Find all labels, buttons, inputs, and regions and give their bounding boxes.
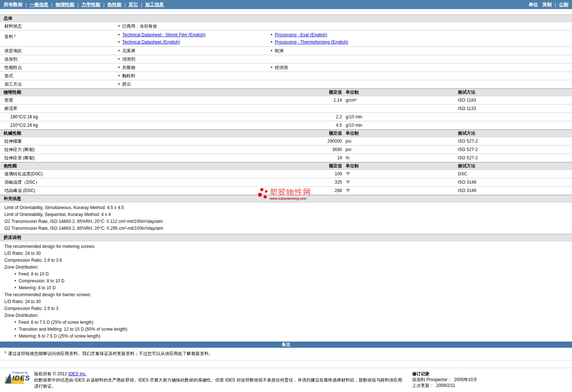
extrusion-line: Zone Distribution: (0, 264, 572, 271)
supplemental-line: Limit of Orientability, Sequential, Kura… (0, 211, 572, 218)
sujiaowuxing-watermark: 塑胶物性网 www.sujiaowuxing.com (258, 187, 311, 201)
watermark-site-name: 塑胶物性网 (270, 187, 311, 197)
property-label: 190°C/2.16 kg (0, 113, 214, 121)
nav-separator: | (25, 2, 27, 7)
column-header-unit: 单位制 (342, 89, 458, 96)
supplemental-line: O2 Transmission Rate, ISO 14663-2, 65%RH… (0, 218, 572, 225)
property-test-method: ISO 527-2 (458, 137, 572, 145)
datasheet-link-shrink-film[interactable]: Technical Datasheet - Shrink Film (Engli… (122, 31, 205, 38)
section-title: 补充信息 (4, 196, 21, 201)
nav-item-general-info[interactable]: 一般信息 (29, 1, 48, 8)
property-value: 1.14 (214, 96, 342, 104)
copyright-line: 版权所有 © 2012 IDES Inc. (34, 371, 406, 377)
general-row-material-status: 材料状态 •已商用：当前有效 (0, 22, 572, 30)
extrusion-line: Compression Ratio: 2.5 to 3 (0, 305, 572, 312)
column-header-unit: 单位制 (342, 163, 458, 170)
property-test-method (458, 113, 572, 121)
property-unit (342, 105, 458, 113)
watermark-site-url: www.sujiaowuxing.com (270, 197, 311, 200)
property-label: 添加剂 (4, 57, 17, 62)
column-header-method: 测试方法 (458, 89, 572, 96)
property-label: 供货地区 (4, 48, 22, 53)
nav-item-physical[interactable]: 物理性能 (56, 1, 74, 8)
section-header-physical: 物理性能 额定值 单位制 测试方法 (0, 89, 572, 96)
bullet-icon: • (271, 31, 272, 38)
property-value: 挤出 (122, 80, 131, 88)
column-header-value: 额定值 (214, 130, 342, 137)
property-label: 溶融温度（DSC） (0, 178, 214, 186)
nav-separator: | (51, 2, 52, 7)
extrusion-block: The recommended design for metering scre… (0, 241, 572, 342)
supplemental-line: O2 Transmission Rate, ISO 14663-2, 85%RH… (0, 225, 572, 232)
footnote: 1通过这些链接您能够访问供应商资料。我们尽量保证及时更新资料；不过您可以从供应商… (0, 348, 572, 360)
nav-item-processing-info[interactable]: 加工信息 (145, 1, 164, 8)
bullet-icon: • (118, 31, 120, 38)
nav-separator: | (103, 2, 104, 7)
bullet-icon: • (118, 64, 120, 72)
datasheet-link-processing-eval[interactable]: Processing - Eval (English) (275, 31, 327, 38)
property-unit: g/10 min (342, 121, 458, 129)
property-test-method: ISO 3146 (458, 178, 572, 186)
column-header-unit: 单位制 (342, 130, 458, 137)
extrusion-bullet-line: •Compression: 8 to 10 D (0, 278, 572, 285)
property-value (214, 105, 342, 113)
property-value: 润滑剂 (122, 55, 135, 63)
datasheet-link-technical[interactable]: Technical Datasheet (English) (122, 38, 180, 46)
property-value: 颗粒料 (122, 72, 135, 80)
property-value: 欧洲 (275, 47, 283, 55)
datasheet-content: 总体 材料状态 •已商用：当前有效 资料1 •Technical Datashe… (0, 15, 572, 392)
notes-section-bar: 备注 (0, 342, 572, 348)
unit-metric-link[interactable]: 公制 (559, 1, 568, 8)
nav-separator: | (77, 2, 78, 7)
top-nav: 所有数据 | 一般信息 | 物理性能 | 力学性能 | 热性能 | 其它 | 加… (0, 0, 572, 9)
nav-tabs: 所有数据 | 一般信息 | 物理性能 | 力学性能 | 热性能 | 其它 | 加… (4, 1, 164, 8)
bullet-icon: • (271, 47, 272, 55)
revision-updated: 上次更新：2009/2/11 (412, 383, 568, 388)
extrusion-line: The recommended design for metering scre… (0, 243, 572, 250)
property-value: 325 (214, 178, 342, 186)
property-label: 拉伸模量 (0, 137, 214, 145)
nav-item-all-data[interactable]: 所有数据 (4, 1, 23, 8)
section-header-general: 总体 (0, 15, 572, 22)
bullet-icon: • (118, 55, 120, 63)
property-value: 经润滑 (275, 64, 288, 72)
property-test-method (458, 121, 572, 129)
datasheet-link-processing-thermoforming[interactable]: Processing - Thermoforming (English) (275, 38, 348, 46)
footnote-marker: 1 (14, 33, 16, 37)
unit-switcher: 单位 英制 | 公制 (529, 1, 568, 8)
property-label: 拉伸应变 (断裂) (0, 154, 214, 162)
bullet-icon: • (118, 22, 120, 30)
ides-logo[interactable]: Powered by IDES (4, 371, 28, 385)
property-row-melt-flow-210: 210°C/2.16 kg 4.5 g/10 min (0, 121, 572, 130)
bullet-icon: • (271, 38, 272, 46)
ides-inc-link[interactable]: IDES Inc. (68, 371, 87, 376)
revision-history: 修订记录 添加到 Prospector：2005年10月 上次更新：2009/2… (412, 371, 568, 389)
property-value: 北美洲 (122, 47, 135, 55)
property-row-tensile-stress: 拉伸应力 (断裂) 3630 psi ISO 527-2 (0, 146, 572, 154)
general-row-literature: 资料1 •Technical Datasheet - Shrink Film (… (0, 30, 572, 47)
unit-imperial-current: 英制 (543, 1, 552, 8)
property-label: 形式 (4, 73, 13, 78)
property-value: 3630 (214, 146, 342, 154)
section-header-thermal: 热性能 额定值 单位制 测试方法 (0, 162, 572, 170)
property-unit: psi (342, 137, 458, 145)
extrusion-line: L/D Ratio: 24 to 30 (0, 298, 572, 305)
footer: Powered by IDES 版权所有 © 2012 IDES Inc. 此数… (0, 368, 572, 392)
section-title: 总体 (4, 16, 12, 21)
nav-item-other[interactable]: 其它 (129, 1, 138, 8)
units-label: 单位 (529, 1, 538, 8)
extrusion-line: Compression Ratio: 2.6 to 3.6 (0, 257, 572, 264)
nav-item-mechanical[interactable]: 力学性能 (81, 1, 100, 8)
property-unit: % (342, 154, 458, 162)
property-test-method: ISO 527-2 (458, 154, 572, 162)
nav-item-thermal[interactable]: 热性能 (108, 1, 122, 8)
watermark-dots-icon (258, 187, 270, 201)
property-row-density: 密度 1.14 g/cm³ ISO 1183 (0, 96, 572, 105)
extrusion-bullet-line: •Metering: 8 to 10 D (0, 285, 572, 291)
property-unit: g/10 min (342, 113, 458, 121)
bullet-icon: • (15, 326, 16, 333)
property-value: 109 (214, 170, 342, 178)
ides-wordmark: IDES (12, 375, 30, 382)
nav-separator: | (141, 2, 142, 7)
property-row-tensile-modulus: 拉伸模量 290000 psi ISO 527-2 (0, 137, 572, 146)
